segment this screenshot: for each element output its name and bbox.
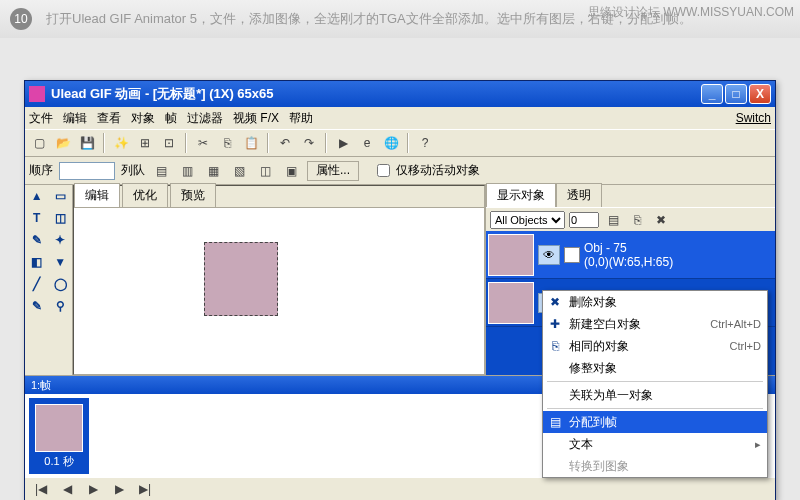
obj-dup-icon[interactable]: ⎘: [627, 210, 647, 230]
save-icon[interactable]: 💾: [77, 133, 97, 153]
secondary-toolbar: 顺序 列队 ▤ ▥ ▦ ▧ ◫ ▣ 属性... 仅移动活动对象: [25, 157, 775, 185]
watermark: 思缘设计论坛 WWW.MISSYUAN.COM: [588, 4, 794, 21]
move-active-checkbox[interactable]: [377, 164, 390, 177]
browser-icon[interactable]: e: [357, 133, 377, 153]
first-frame-icon[interactable]: |◀: [31, 479, 51, 499]
globe-icon[interactable]: 🌐: [381, 133, 401, 153]
line-tool-icon[interactable]: ╱: [25, 273, 49, 295]
object-filter-select[interactable]: All Objects: [490, 211, 565, 229]
visibility-eye-icon[interactable]: 👁: [538, 245, 560, 265]
menu-filter[interactable]: 过滤器: [187, 110, 223, 127]
zoom-tool-icon[interactable]: ⚲: [49, 295, 73, 317]
preview-icon[interactable]: ▶: [333, 133, 353, 153]
distribute-icon[interactable]: ▧: [229, 161, 249, 181]
tab-preview[interactable]: 预览: [170, 183, 216, 207]
paste-icon[interactable]: 📋: [241, 133, 261, 153]
maximize-button[interactable]: □: [725, 84, 747, 104]
app-icon: [29, 86, 45, 102]
addimg-icon[interactable]: ⊞: [135, 133, 155, 153]
delete-icon: ✖: [547, 295, 563, 309]
order-label: 顺序: [29, 162, 53, 179]
separator: [547, 408, 763, 409]
close-button[interactable]: X: [749, 84, 771, 104]
obj-del-icon[interactable]: ✖: [651, 210, 671, 230]
last-frame-icon[interactable]: ▶|: [135, 479, 155, 499]
marquee-tool-icon[interactable]: ▭: [49, 185, 73, 207]
addvideo-icon[interactable]: ⊡: [159, 133, 179, 153]
fit-icon[interactable]: ▣: [281, 161, 301, 181]
cm-merge-single[interactable]: 关联为单一对象: [543, 384, 767, 406]
play-icon[interactable]: ▶: [83, 479, 103, 499]
object-coords: (0,0)(W:65,H:65): [584, 255, 673, 269]
tab-optimize[interactable]: 优化: [122, 183, 168, 207]
order-dropdown[interactable]: [59, 162, 115, 180]
copy-icon[interactable]: ⎘: [217, 133, 237, 153]
brush-tool-icon[interactable]: ✎: [25, 229, 49, 251]
pointer-tool-icon[interactable]: ▲: [25, 185, 49, 207]
color-swatch[interactable]: [564, 247, 580, 263]
frame-duration: 0.1 秒: [44, 454, 73, 469]
attributes-button[interactable]: 属性...: [307, 161, 359, 181]
align-right-icon[interactable]: ▥: [177, 161, 197, 181]
align-top-icon[interactable]: ▦: [203, 161, 223, 181]
eraser-tool-icon[interactable]: ◧: [25, 251, 49, 273]
new-icon[interactable]: ▢: [29, 133, 49, 153]
crop-tool-icon[interactable]: ◫: [49, 207, 73, 229]
undo-icon[interactable]: ↶: [275, 133, 295, 153]
frame-thumbnail: [35, 404, 83, 452]
step-number-badge: 10: [10, 8, 32, 30]
tab-show-object[interactable]: 显示对象: [486, 183, 556, 207]
object-row[interactable]: 👁 Obj - 75 (0,0)(W:65,H:65): [486, 231, 775, 279]
center-icon[interactable]: ◫: [255, 161, 275, 181]
wand-tool-icon[interactable]: ✦: [49, 229, 73, 251]
cm-distribute-to-frames[interactable]: ▤ 分配到帧: [543, 411, 767, 433]
cm-text[interactable]: 文本 ▸: [543, 433, 767, 455]
redo-icon[interactable]: ↷: [299, 133, 319, 153]
fill-tool-icon[interactable]: ▼: [49, 251, 73, 273]
menu-help[interactable]: 帮助: [289, 110, 313, 127]
cm-delete-object[interactable]: ✖ 删除对象: [543, 291, 767, 313]
cut-icon[interactable]: ✂: [193, 133, 213, 153]
text-tool-icon[interactable]: T: [25, 207, 49, 229]
object-toolbar: All Objects ▤ ⎘ ✖: [486, 207, 775, 231]
next-frame-icon[interactable]: ▶: [109, 479, 129, 499]
object-thumbnail: [488, 282, 534, 324]
cm-duplicate-object[interactable]: ⎘ 相同的对象 Ctrl+D: [543, 335, 767, 357]
menu-edit[interactable]: 编辑: [63, 110, 87, 127]
obj-tool-icon[interactable]: ▤: [603, 210, 623, 230]
window-title: Ulead GIF 动画 - [无标题*] (1X) 65x65: [51, 85, 701, 103]
align-left-icon[interactable]: ▤: [151, 161, 171, 181]
canvas-area[interactable]: 编辑 优化 预览: [73, 185, 485, 375]
wizard-icon[interactable]: ✨: [111, 133, 131, 153]
frame-item[interactable]: 0.1 秒: [29, 398, 89, 474]
object-name: Obj - 75: [584, 241, 673, 255]
menubar: 文件 编辑 查看 对象 帧 过滤器 视频 F/X 帮助 Switch: [25, 107, 775, 129]
titlebar[interactable]: Ulead GIF 动画 - [无标题*] (1X) 65x65 _ □ X: [25, 81, 775, 107]
switch-link[interactable]: Switch: [736, 111, 771, 125]
open-icon[interactable]: 📂: [53, 133, 73, 153]
minimize-button[interactable]: _: [701, 84, 723, 104]
tab-transparent[interactable]: 透明: [556, 183, 602, 207]
menu-videofx[interactable]: 视频 F/X: [233, 110, 279, 127]
prev-frame-icon[interactable]: ◀: [57, 479, 77, 499]
object-info: Obj - 75 (0,0)(W:65,H:65): [584, 241, 673, 269]
cm-trim-object[interactable]: 修整对象: [543, 357, 767, 379]
distribute-icon: ▤: [547, 415, 563, 429]
context-menu: ✖ 删除对象 ✚ 新建空白对象 Ctrl+Alt+D ⎘ 相同的对象 Ctrl+…: [542, 290, 768, 478]
menu-file[interactable]: 文件: [29, 110, 53, 127]
object-thumbnail: [488, 234, 534, 276]
timeline-controls: |◀ ◀ ▶ ▶ ▶|: [25, 478, 775, 500]
menu-object[interactable]: 对象: [131, 110, 155, 127]
main-toolbar: ▢ 📂 💾 ✨ ⊞ ⊡ ✂ ⎘ 📋 ↶ ↷ ▶ e 🌐 ?: [25, 129, 775, 157]
tab-edit[interactable]: 编辑: [74, 183, 120, 207]
duplicate-icon: ⎘: [547, 339, 563, 353]
menu-view[interactable]: 查看: [97, 110, 121, 127]
menu-frame[interactable]: 帧: [165, 110, 177, 127]
help-icon[interactable]: ?: [415, 133, 435, 153]
eyedrop-tool-icon[interactable]: ✎: [25, 295, 49, 317]
canvas-object[interactable]: [204, 242, 278, 316]
opacity-spinner[interactable]: [569, 212, 599, 228]
cm-new-blank-object[interactable]: ✚ 新建空白对象 Ctrl+Alt+D: [543, 313, 767, 335]
shape-tool-icon[interactable]: ◯: [49, 273, 73, 295]
move-active-label: 仅移动活动对象: [396, 162, 480, 179]
